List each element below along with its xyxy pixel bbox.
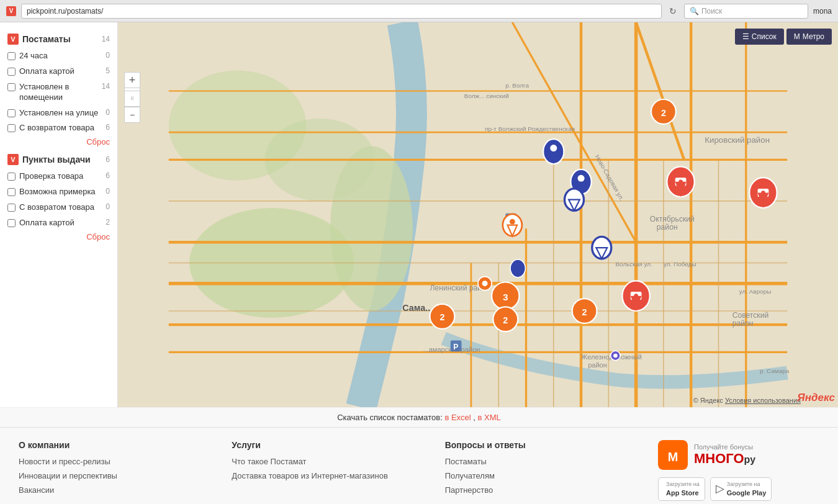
footer-link-innovations[interactable]: Инновации и перспективы <box>19 470 213 482</box>
footer-link-partnership[interactable]: Партнерство <box>445 485 639 496</box>
promo-brand-suffix: ру <box>744 454 755 465</box>
map-container[interactable]: Кировский район Октябрьский район Советс… <box>118 22 838 407</box>
svg-text:Сама...: Сама... <box>402 303 433 313</box>
footer-col-services: Услуги Что такое Постамат Доставка товар… <box>232 440 426 501</box>
google-play-icon: ▷ <box>716 482 724 496</box>
filter-label-indoor: Установлен в помещении <box>19 82 96 103</box>
filter-count-indoor: 14 <box>102 82 110 91</box>
svg-point-4 <box>169 71 306 181</box>
filter-item-check[interactable]: Проверка товара 6 <box>0 169 117 184</box>
svg-text:район: район <box>732 319 754 328</box>
reset-link-2[interactable]: Сброс <box>0 231 117 245</box>
filter-checkbox-24h[interactable] <box>7 52 16 60</box>
browser-user: mona <box>813 7 832 16</box>
download-xml-link[interactable]: в XML <box>478 413 501 422</box>
filter-label-24h: 24 часа <box>19 51 99 61</box>
metro-button[interactable]: M Метро <box>786 29 832 45</box>
app-store-button[interactable]: Загрузите на App Store <box>658 477 705 501</box>
url-bar[interactable]: pickpoint.ru/postamats/ <box>21 4 662 19</box>
google-play-button[interactable]: ▷ Загрузите на Google Play <box>710 477 772 501</box>
svg-text:район: район <box>588 361 607 369</box>
filter-item-outdoor[interactable]: Установлен на улице 0 <box>0 106 117 121</box>
filter-count-check: 6 <box>106 171 110 180</box>
footer-link-what-is[interactable]: Что такое Постамат <box>232 456 426 467</box>
list-button[interactable]: ☰ Список <box>735 29 784 45</box>
footer-col2-title: Услуги <box>232 440 426 450</box>
svg-point-61 <box>578 175 585 182</box>
footer-link-delivery[interactable]: Доставка товаров из Интернет-магазинов <box>232 470 426 482</box>
footer: О компании Новости и пресс-релизы Иннова… <box>0 427 838 504</box>
zoom-out-button[interactable]: − <box>124 107 140 123</box>
svg-text:ул. Победы: ул. Победы <box>664 261 696 268</box>
copyright-link[interactable]: Условия использования <box>725 397 801 404</box>
promo-icon: М <box>658 440 688 470</box>
section1-icon: V <box>7 34 19 45</box>
footer-col-company: О компании Новости и пресс-релизы Иннова… <box>19 440 213 501</box>
filter-checkbox-return2[interactable] <box>7 204 16 212</box>
app-store-small-label: Загрузите на <box>666 481 700 488</box>
promo-text: Получайте бонусы МНОГОру <box>694 443 755 467</box>
download-excel-link[interactable]: в Excel <box>444 413 471 422</box>
svg-text:р. Самара: р. Самара <box>760 367 790 374</box>
filter-checkbox-fitting[interactable] <box>7 188 16 196</box>
svg-point-87 <box>613 354 618 358</box>
google-play-text: Загрузите на Google Play <box>727 481 767 497</box>
filter-label-fitting: Возможна примерка <box>19 187 99 197</box>
footer-col3-title: Вопросы и ответы <box>445 440 639 450</box>
search-icon: 🔍 <box>690 7 699 16</box>
reset-link-1[interactable]: Сброс <box>0 136 117 150</box>
footer-link-postamats[interactable]: Постаматы <box>445 456 639 467</box>
filter-count-card: 5 <box>106 66 110 75</box>
section2-icon: V <box>7 154 19 165</box>
svg-text:2: 2 <box>661 108 666 118</box>
filter-label-return1: С возвратом товара <box>19 123 99 133</box>
filter-item-return2[interactable]: С возвратом товара 0 <box>0 200 117 215</box>
svg-text:район: район <box>657 223 678 232</box>
svg-text:М: М <box>668 450 678 464</box>
footer-link-recipients[interactable]: Получателям <box>445 470 639 482</box>
footer-link-vacancies[interactable]: Вакансии <box>19 485 213 496</box>
svg-text:Вольская ул.: Вольская ул. <box>615 261 652 268</box>
filter-checkbox-return1[interactable] <box>7 124 16 132</box>
promo-brand-text: МНОГО <box>694 451 744 466</box>
svg-text:ул. Авроры: ул. Авроры <box>739 288 772 295</box>
section2-count: 6 <box>106 155 110 164</box>
filter-label-check: Проверка товара <box>19 171 99 182</box>
section1-label: Постаматы <box>22 34 71 44</box>
footer-link-news[interactable]: Новости и пресс-релизы <box>19 456 213 467</box>
reload-button[interactable]: ↻ <box>667 5 679 17</box>
download-separator: , <box>473 413 477 422</box>
filter-checkbox-card[interactable] <box>7 68 16 76</box>
search-placeholder: Поиск <box>701 7 722 16</box>
filter-checkbox-check[interactable] <box>7 173 16 181</box>
section2-label: Пункты выдачи <box>22 155 91 164</box>
filter-count-card2: 2 <box>106 218 110 227</box>
filter-checkbox-outdoor[interactable] <box>7 109 16 117</box>
filter-item-24h[interactable]: 24 часа 0 <box>0 48 117 64</box>
filter-item-return1[interactable]: С возвратом товара 6 <box>0 120 117 136</box>
metro-icon: M <box>794 32 800 41</box>
yandex-logo: Яндекс <box>797 392 835 404</box>
browser-chrome: V pickpoint.ru/postamats/ ↻ 🔍 Поиск mona <box>0 0 838 22</box>
svg-text:Советский: Советский <box>732 311 769 320</box>
list-label: Список <box>752 32 777 41</box>
svg-text:Октябрьский: Октябрьский <box>650 215 695 223</box>
app-buttons: Загрузите на App Store ▷ Загрузите на Go… <box>658 477 819 501</box>
filter-item-fitting[interactable]: Возможна примерка 0 <box>0 184 117 200</box>
filter-checkbox-indoor[interactable] <box>7 83 16 91</box>
main-content: V Постаматы 14 24 часа 0 Оплата картой 5… <box>0 22 838 407</box>
svg-text:р. Волга: р. Волга <box>505 82 529 89</box>
section2-title: V Пункты выдачи 6 <box>0 150 117 169</box>
filter-item-card[interactable]: Оплата картой 5 <box>0 64 117 79</box>
download-text-prefix: Скачать список постаматов: <box>337 413 444 422</box>
zoom-drag-handle[interactable]: ⠿ <box>124 91 140 107</box>
google-play-name: Google Play <box>727 488 767 497</box>
filter-item-card2[interactable]: Оплата картой 2 <box>0 215 117 231</box>
zoom-in-button[interactable]: + <box>124 72 140 88</box>
filter-checkbox-card2[interactable] <box>7 219 16 227</box>
filter-label-outdoor: Установлен на улице <box>19 108 99 119</box>
filter-item-indoor[interactable]: Установлен в помещении 14 <box>0 79 117 106</box>
filter-count-outdoor: 0 <box>106 108 110 117</box>
search-bar[interactable]: 🔍 Поиск <box>684 4 808 19</box>
favicon-icon: V <box>6 6 16 16</box>
